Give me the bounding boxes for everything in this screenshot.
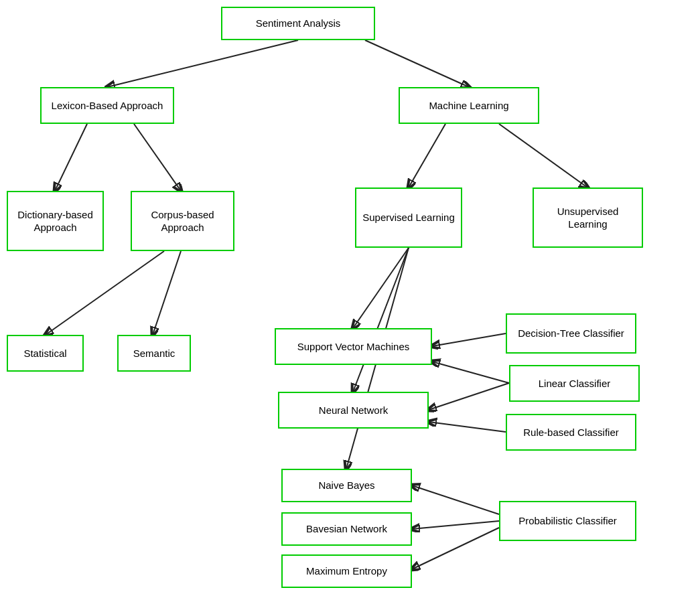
svg-line-16 <box>412 521 499 529</box>
node-bayesian-network: Bavesian Network <box>281 512 412 546</box>
diagram: Sentiment Analysis Lexicon-Based Approac… <box>0 0 700 600</box>
svg-line-11 <box>432 333 506 346</box>
svg-line-17 <box>412 528 499 569</box>
node-rule-based: Rule-based Classifier <box>506 414 636 451</box>
node-lexicon-based: Lexicon-Based Approach <box>40 87 174 124</box>
svg-line-3 <box>134 124 181 191</box>
node-unsupervised: Unsupervised Learning <box>533 188 643 248</box>
node-statistical: Statistical <box>7 335 84 372</box>
svg-line-9 <box>353 248 409 392</box>
svg-line-15 <box>412 485 499 514</box>
node-supervised: Supervised Learning <box>355 188 462 248</box>
svg-line-12 <box>432 362 509 383</box>
svg-line-5 <box>499 124 587 188</box>
svg-line-6 <box>46 251 164 335</box>
svg-line-7 <box>153 251 181 335</box>
node-sentiment-analysis: Sentiment Analysis <box>221 7 375 40</box>
node-decision-tree: Decision-Tree Classifier <box>506 313 636 354</box>
node-svm: Support Vector Machines <box>275 328 432 365</box>
svg-line-2 <box>55 124 87 191</box>
svg-line-8 <box>353 248 409 328</box>
node-neural-network: Neural Network <box>278 392 429 429</box>
node-probabilistic: Probabilistic Classifier <box>499 501 636 541</box>
node-dictionary-based: Dictionary-based Approach <box>7 191 104 251</box>
node-maximum-entropy: Maximum Entropy <box>281 554 412 588</box>
node-linear-classifier: Linear Classifier <box>509 365 640 402</box>
node-machine-learning: Machine Learning <box>399 87 539 124</box>
svg-line-14 <box>429 422 506 432</box>
node-naive-bayes: Naive Bayes <box>281 469 412 502</box>
svg-line-1 <box>365 40 469 87</box>
svg-line-13 <box>429 383 509 410</box>
node-corpus-based: Corpus-based Approach <box>131 191 234 251</box>
node-semantic: Semantic <box>117 335 191 372</box>
svg-line-4 <box>409 124 445 188</box>
svg-line-0 <box>107 40 298 87</box>
